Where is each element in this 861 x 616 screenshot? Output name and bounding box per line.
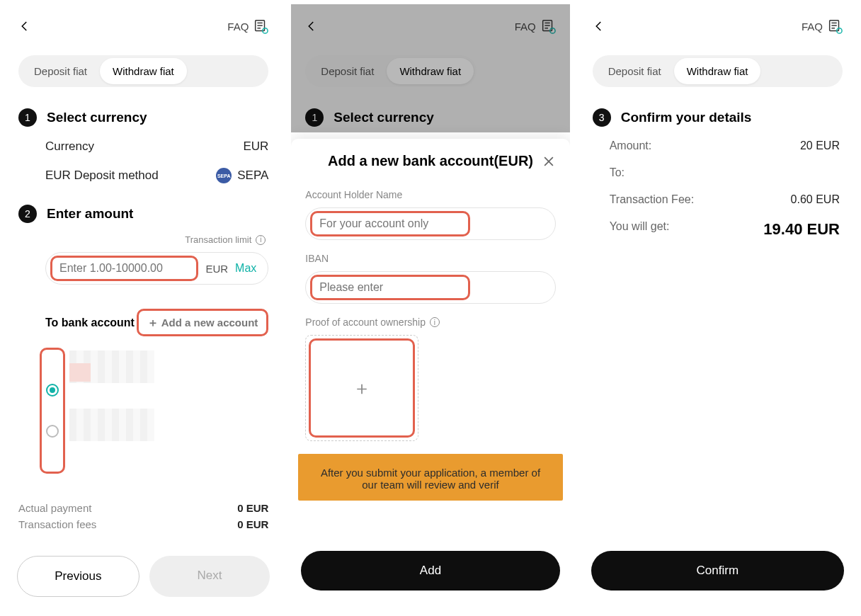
transaction-limit-label: Transaction limit i <box>4 229 283 249</box>
iban-highlight <box>310 275 470 300</box>
step-2-badge: 2 <box>18 205 37 223</box>
next-button[interactable]: Next <box>149 556 270 597</box>
amount-input-row: EUR Max <box>45 252 268 285</box>
step-1-badge: 1 <box>18 108 37 127</box>
amount-input-highlight <box>50 256 198 281</box>
confirm-get-label: You will get: <box>610 220 670 239</box>
panel-add-bank-modal: FAQ Deposit fiat Withdraw fiat 1 Select … <box>291 4 569 612</box>
fiat-tabs: Deposit fiat Withdraw fiat <box>593 55 843 87</box>
faq-icon <box>827 18 843 34</box>
confirm-fee-value: 0.60 EUR <box>791 193 840 206</box>
add-button[interactable]: Add <box>301 551 559 591</box>
faq-icon <box>253 18 268 34</box>
previous-button[interactable]: Previous <box>17 556 139 597</box>
proof-upload-highlight: ＋ <box>309 338 415 438</box>
step-1-heading-dimmed: 1 Select currency <box>291 94 569 132</box>
add-account-button[interactable]: ＋ Add a new account <box>137 309 269 336</box>
proof-label: Proof of account ownership i <box>305 316 555 328</box>
panel-enter-amount: FAQ Deposit fiat Withdraw fiat 1 Select … <box>4 4 283 612</box>
faq-link[interactable]: FAQ <box>515 18 556 34</box>
amount-input[interactable] <box>59 262 189 275</box>
fiat-tabs-dimmed: Deposit fiat Withdraw fiat <box>305 55 477 87</box>
confirm-amount-label: Amount: <box>610 139 652 152</box>
iban-label: IBAN <box>305 253 555 264</box>
holder-name-highlight <box>310 211 470 236</box>
confirm-fee-label: Transaction Fee: <box>610 193 694 206</box>
panel-confirm-details: FAQ Deposit fiat Withdraw fiat 3 Confirm… <box>578 4 857 612</box>
transaction-fees-label: Transaction fees <box>18 518 96 530</box>
tab-deposit-fiat[interactable]: Deposit fiat <box>21 58 100 84</box>
info-icon[interactable]: i <box>256 235 266 245</box>
bank-account-list <box>4 341 283 474</box>
plus-icon: ＋ <box>147 317 159 329</box>
holder-name-input[interactable] <box>319 217 461 230</box>
plus-icon: ＋ <box>353 376 371 401</box>
bank-account-radio-1[interactable] <box>46 384 59 397</box>
faq-label: FAQ <box>227 21 249 33</box>
radio-group-highlight <box>40 348 65 474</box>
actual-payment-value: 0 EUR <box>237 502 268 514</box>
amount-currency: EUR <box>205 263 228 275</box>
deposit-method-value: SEPA <box>237 169 268 183</box>
step-2-title: Enter amount <box>47 206 133 222</box>
faq-icon <box>540 18 556 34</box>
max-button[interactable]: Max <box>235 262 256 275</box>
currency-value: EUR <box>243 139 268 154</box>
currency-row: Currency EUR <box>4 132 283 161</box>
faq-link[interactable]: FAQ <box>227 18 268 34</box>
holder-name-label: Account Holder Name <box>305 189 555 200</box>
tab-withdraw-fiat: Withdraw fiat <box>387 58 474 84</box>
info-icon[interactable]: i <box>430 317 440 327</box>
faq-link[interactable]: FAQ <box>802 18 843 34</box>
confirm-amount-value: 20 EUR <box>800 139 840 152</box>
proof-upload[interactable]: ＋ <box>305 335 418 441</box>
back-button[interactable] <box>305 20 318 33</box>
bank-account-radio-2[interactable] <box>46 425 59 438</box>
iban-input[interactable] <box>319 281 461 294</box>
confirm-to-label: To: <box>610 166 625 179</box>
step-1-heading: 1 Select currency <box>4 94 283 132</box>
tab-withdraw-fiat[interactable]: Withdraw fiat <box>674 58 761 84</box>
deposit-method-row: EUR Deposit method SEPA SEPA <box>4 161 283 190</box>
bank-account-masked-1[interactable] <box>69 350 154 383</box>
tab-withdraw-fiat[interactable]: Withdraw fiat <box>100 58 187 84</box>
actual-payment-label: Actual payment <box>18 502 91 514</box>
add-bank-modal: Add a new bank account(EUR) Account Hold… <box>291 139 569 612</box>
review-notice: After you submit your application, a mem… <box>298 454 562 501</box>
bank-account-masked-2[interactable] <box>69 409 154 441</box>
confirm-button[interactable]: Confirm <box>591 551 844 591</box>
currency-label: Currency <box>45 139 94 154</box>
back-button[interactable] <box>18 20 31 33</box>
transaction-fees-value: 0 EUR <box>237 518 268 530</box>
to-bank-label: To bank account <box>45 316 135 329</box>
confirm-get-value: 19.40 EUR <box>763 220 840 239</box>
sepa-icon: SEPA <box>216 168 232 183</box>
faq-label: FAQ <box>802 21 823 33</box>
step-3-heading: 3 Confirm your details <box>578 94 857 132</box>
faq-label: FAQ <box>515 21 536 33</box>
close-icon[interactable] <box>542 154 556 169</box>
step-2-heading: 2 Enter amount <box>4 190 283 229</box>
step-1-title: Select currency <box>47 110 147 125</box>
tab-deposit-fiat: Deposit fiat <box>308 58 387 84</box>
step-3-title: Confirm your details <box>621 110 752 125</box>
back-button[interactable] <box>593 20 605 33</box>
step-3-badge: 3 <box>593 108 611 127</box>
fiat-tabs: Deposit fiat Withdraw fiat <box>18 55 268 87</box>
tab-deposit-fiat[interactable]: Deposit fiat <box>595 58 674 84</box>
modal-title: Add a new bank account(EUR) <box>328 153 533 169</box>
deposit-method-label: EUR Deposit method <box>45 169 159 183</box>
